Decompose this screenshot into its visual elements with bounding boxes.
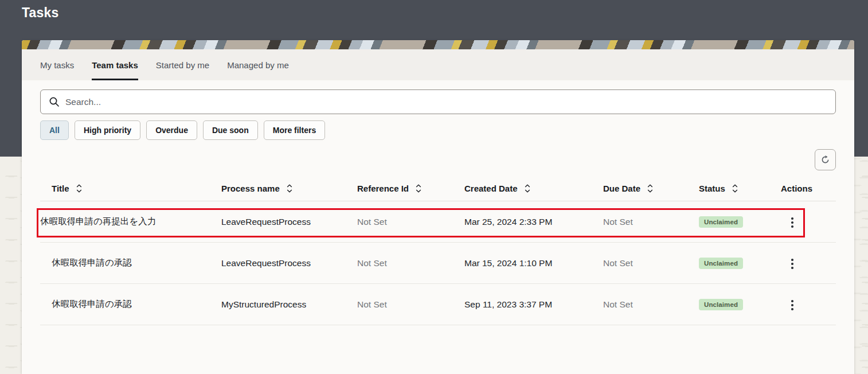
column-header-actions: Actions bbox=[781, 184, 836, 193]
column-header-status[interactable]: Status bbox=[699, 184, 781, 193]
filter-chip-due-soon[interactable]: Due soon bbox=[203, 120, 258, 140]
column-header-due-date[interactable]: Due Date bbox=[603, 184, 699, 193]
sort-icon bbox=[286, 184, 293, 193]
status-badge: Unclaimed bbox=[699, 258, 743, 269]
cell-actions bbox=[781, 253, 836, 274]
table-row[interactable]: 休暇取得申請の再提出を入力 LeaveRequestProcess Not Se… bbox=[40, 201, 836, 243]
status-badge: Unclaimed bbox=[699, 216, 743, 228]
status-badge: Unclaimed bbox=[699, 299, 743, 310]
cell-reference-id: Not Set bbox=[357, 217, 464, 227]
page-title: Tasks bbox=[22, 5, 59, 21]
search-input[interactable] bbox=[65, 97, 827, 107]
cell-reference-id: Not Set bbox=[357, 299, 464, 310]
filter-chip-all[interactable]: All bbox=[40, 120, 69, 140]
column-header-title[interactable]: Title bbox=[40, 184, 221, 193]
cell-status: Unclaimed bbox=[699, 216, 781, 228]
cell-due-date: Not Set bbox=[603, 217, 699, 227]
cell-title[interactable]: 休暇取得申請の再提出を入力 bbox=[40, 216, 221, 228]
tab-managed-by-me[interactable]: Managed by me bbox=[227, 49, 289, 80]
cell-title[interactable]: 休暇取得申請の承認 bbox=[40, 298, 221, 310]
cell-due-date: Not Set bbox=[603, 299, 699, 310]
tab-my-tasks[interactable]: My tasks bbox=[40, 49, 74, 80]
cell-status: Unclaimed bbox=[699, 299, 781, 310]
sort-icon bbox=[524, 184, 531, 193]
row-actions-kebab-button[interactable] bbox=[785, 295, 799, 314]
tab-team-tasks[interactable]: Team tasks bbox=[92, 49, 138, 80]
filter-chip-overdue[interactable]: Overdue bbox=[146, 120, 197, 140]
filter-chip-high-priority[interactable]: High priority bbox=[75, 120, 140, 140]
sort-icon bbox=[647, 184, 654, 193]
cell-due-date: Not Set bbox=[603, 258, 699, 268]
search-icon bbox=[49, 96, 60, 107]
tab-content: All High priority Overdue Due soon More … bbox=[22, 80, 854, 374]
cell-title[interactable]: 休暇取得申請の承認 bbox=[40, 257, 221, 269]
column-header-reference-id[interactable]: Reference Id bbox=[357, 184, 464, 193]
cell-created-date: Mar 15, 2024 1:10 PM bbox=[464, 258, 603, 268]
row-actions-kebab-button[interactable] bbox=[785, 254, 799, 273]
refresh-button[interactable] bbox=[815, 149, 836, 170]
tab-started-by-me[interactable]: Started by me bbox=[156, 49, 209, 80]
sort-icon bbox=[415, 184, 422, 193]
table-row[interactable]: 休暇取得申請の承認 LeaveRequestProcess Not Set Ma… bbox=[40, 243, 836, 284]
cell-actions bbox=[781, 212, 836, 232]
table-row[interactable]: 休暇取得申請の承認 MyStructuredProcess Not Set Se… bbox=[40, 284, 836, 325]
table-header-row: Title Process name Reference Id Created … bbox=[40, 176, 836, 201]
row-actions-kebab-button[interactable] bbox=[785, 213, 799, 232]
cell-created-date: Sep 11, 2023 3:37 PM bbox=[464, 299, 603, 310]
tab-bar: My tasks Team tasks Started by me Manage… bbox=[22, 49, 854, 80]
filter-chips: All High priority Overdue Due soon More … bbox=[40, 120, 836, 140]
sort-icon bbox=[732, 184, 738, 193]
refresh-icon bbox=[820, 155, 830, 165]
sort-icon bbox=[76, 184, 83, 193]
tasks-card: My tasks Team tasks Started by me Manage… bbox=[22, 40, 854, 374]
tasks-table: Title Process name Reference Id Created … bbox=[40, 176, 836, 325]
table-toolbar bbox=[40, 149, 836, 170]
column-header-process-name[interactable]: Process name bbox=[221, 184, 357, 193]
column-header-created-date[interactable]: Created Date bbox=[464, 184, 603, 193]
cell-reference-id: Not Set bbox=[357, 258, 464, 268]
decorative-banner bbox=[22, 40, 854, 49]
cell-status: Unclaimed bbox=[699, 258, 781, 269]
filter-chip-more-filters[interactable]: More filters bbox=[264, 120, 325, 140]
cell-process-name: LeaveRequestProcess bbox=[221, 217, 357, 227]
cell-process-name: MyStructuredProcess bbox=[221, 299, 357, 310]
search-box bbox=[40, 89, 836, 114]
cell-process-name: LeaveRequestProcess bbox=[221, 258, 357, 268]
cell-actions bbox=[781, 294, 836, 315]
cell-created-date: Mar 25, 2024 2:33 PM bbox=[464, 217, 603, 227]
